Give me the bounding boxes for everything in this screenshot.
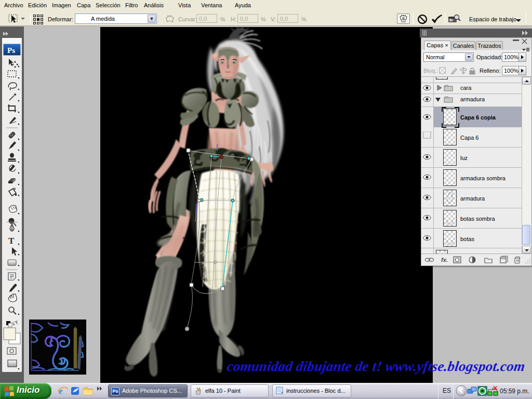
- svg-text:T: T: [8, 236, 15, 246]
- svg-text:fx.: fx.: [441, 257, 448, 263]
- svg-text:Ps: Ps: [7, 46, 15, 55]
- svg-text:Br: Br: [449, 18, 454, 22]
